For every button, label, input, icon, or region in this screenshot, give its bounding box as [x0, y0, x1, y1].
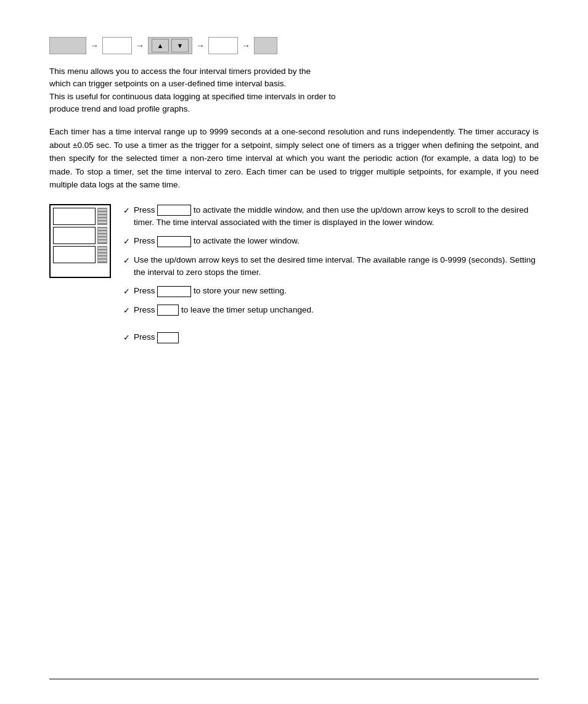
device-row-3: [53, 246, 107, 263]
check-content-5: Press to leave the timer setup unchanged…: [134, 304, 539, 316]
nav-box-1: [49, 37, 86, 54]
nav-arrow-4: →: [242, 41, 250, 51]
checkmark-1: ✓: [123, 205, 130, 217]
device-inner-box-3: [53, 246, 96, 263]
check4-suffix: to store your new setting.: [191, 286, 287, 295]
check1-box: [157, 205, 191, 216]
checkmark-last: ✓: [123, 332, 130, 344]
device-scroll-1: [97, 208, 107, 225]
down-arrow-btn[interactable]: ▼: [171, 39, 189, 52]
device-diagram: [49, 204, 111, 278]
intro-line3: This is useful for continuous data loggi…: [49, 92, 336, 101]
checkmark-3: ✓: [123, 255, 130, 267]
check4-prefix: Press: [134, 286, 157, 295]
intro-line1: This menu allows you to access the four …: [49, 67, 311, 76]
checkmark-4: ✓: [123, 285, 130, 298]
intro-line2: which can trigger setpoints on a user-de…: [49, 79, 286, 88]
body-paragraph: Each timer has a time interval range up …: [49, 125, 539, 192]
checkmark-2: ✓: [123, 235, 130, 248]
check-content-1: Press to activate the middle window, and…: [134, 204, 539, 229]
check-item-5: ✓ Press to leave the timer setup unchang…: [123, 304, 539, 317]
check1-suffix: to activate the middle window, and then …: [134, 205, 528, 227]
intro-paragraph: This menu allows you to access the four …: [49, 65, 539, 115]
check-item-last: ✓ Press: [123, 331, 539, 344]
check5-suffix: to leave the timer setup unchanged.: [179, 305, 313, 314]
last-press-prefix: Press: [134, 332, 155, 342]
device-scroll-3: [97, 246, 107, 263]
check-content-3: Use the up/down arrow keys to set the de…: [134, 254, 539, 279]
nav-arrow-2: →: [136, 41, 144, 51]
check-content-2: Press to activate the lower window.: [134, 235, 539, 247]
page-content: → → ▲ ▼ → → This menu allows you to acce…: [0, 0, 588, 369]
check-item-3: ✓ Use the up/down arrow keys to set the …: [123, 254, 539, 279]
check4-box: [157, 286, 191, 297]
check-item-2: ✓ Press to activate the lower window.: [123, 235, 539, 248]
check3-text: Use the up/down arrow keys to set the de…: [134, 255, 536, 277]
nav-box-2: [102, 37, 132, 54]
bottom-divider: [49, 679, 539, 679]
intro-line4: produce trend and load profile graphs.: [49, 104, 190, 113]
device-inner-box-1: [53, 208, 96, 225]
nav-arrow-group: ▲ ▼: [148, 37, 192, 54]
check2-prefix: Press: [134, 236, 157, 245]
check5-box: [157, 305, 179, 316]
instructions-section: ✓ Press to activate the middle window, a…: [49, 204, 539, 344]
nav-arrow-1: →: [90, 41, 99, 51]
check2-box: [157, 236, 191, 247]
check2-suffix: to activate the lower window.: [191, 236, 300, 245]
device-row-2: [53, 227, 107, 244]
checklist: ✓ Press to activate the middle window, a…: [123, 204, 539, 344]
check5-prefix: Press: [134, 305, 157, 314]
up-arrow-btn[interactable]: ▲: [152, 39, 169, 52]
checkmark-5: ✓: [123, 305, 130, 317]
last-press-box: [157, 332, 179, 343]
check-content-last: Press: [134, 331, 539, 343]
nav-bar: → → ▲ ▼ → →: [49, 37, 539, 54]
nav-arrow-3: →: [196, 41, 205, 51]
device-row-1: [53, 208, 107, 225]
check-item-1: ✓ Press to activate the middle window, a…: [123, 204, 539, 229]
check-item-4: ✓ Press to store your new setting.: [123, 285, 539, 298]
check-content-4: Press to store your new setting.: [134, 285, 539, 297]
check1-prefix: Press: [134, 205, 157, 215]
nav-box-4: [254, 37, 277, 54]
nav-box-3: [208, 37, 238, 54]
device-inner-box-2: [53, 227, 96, 244]
device-scroll-2: [97, 227, 107, 244]
